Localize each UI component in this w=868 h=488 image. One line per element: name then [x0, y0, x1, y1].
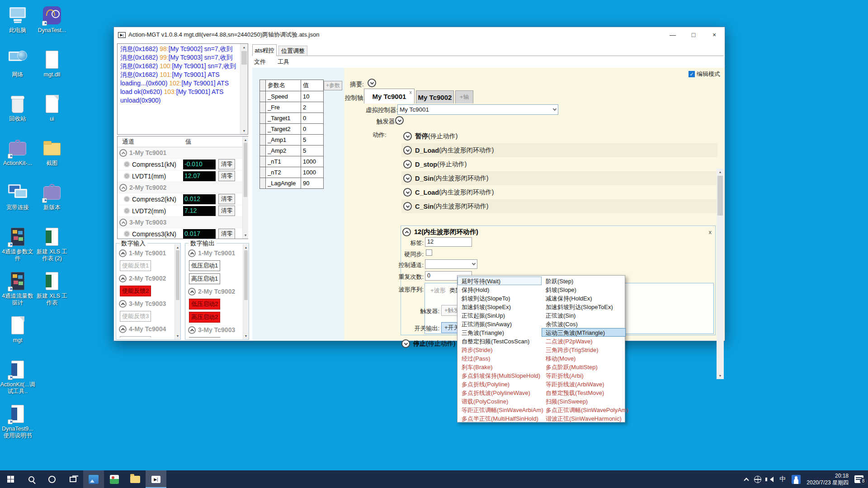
expand-icon[interactable]: [403, 132, 412, 141]
param-value[interactable]: 1000: [301, 167, 324, 178]
digital-output-scrollbar[interactable]: ▲ ▼: [243, 244, 249, 339]
minimize-button[interactable]: —: [662, 27, 683, 42]
taskbar-clock[interactable]: 20:18 2020/7/23 星期四: [807, 473, 849, 486]
desktop-icon[interactable]: DynaTest...: [34, 4, 70, 48]
menu-item[interactable]: 谐波正弦(SinWaveHarmonic): [542, 414, 626, 422]
digital-input-item[interactable]: 4-My Tc9004: [119, 324, 174, 334]
menu-file[interactable]: 文件: [254, 58, 266, 66]
desktop-icon[interactable]: mgt: [0, 314, 35, 358]
menu-item[interactable]: 自整定预载(TestMove): [542, 388, 626, 397]
param-name[interactable]: _LagAngle: [266, 178, 301, 189]
menu-item[interactable]: 正弦消振(SinAway): [458, 319, 542, 328]
digital-input-item[interactable]: 3-My Tc9003: [119, 299, 174, 309]
add-param-button[interactable]: +参数: [324, 81, 342, 90]
menu-item[interactable]: 阶跃(Step): [542, 277, 626, 285]
menu-item[interactable]: 刹车(Brake): [458, 362, 542, 371]
desktop-icon[interactable]: 此电脑: [0, 4, 35, 48]
channel-row[interactable]: Compress3(kN) 0.017 清零: [118, 228, 248, 239]
collapse-icon[interactable]: [119, 149, 127, 157]
zero-button[interactable]: 清零: [218, 194, 235, 204]
scroll-down-icon[interactable]: ▼: [243, 333, 249, 339]
digital-output-item[interactable]: 低压启动2: [189, 299, 220, 310]
scroll-down-icon[interactable]: ▼: [717, 372, 724, 379]
taskbar-app-tool[interactable]: [104, 470, 125, 488]
close-button[interactable]: ×: [704, 27, 725, 42]
channel-row[interactable]: 3-My Tc9003: [118, 217, 248, 228]
scrollbar-thumb[interactable]: [176, 250, 179, 300]
desktop-icon[interactable]: 回收站: [0, 92, 35, 136]
menu-item[interactable]: 多点半正弦(MultiHalfSinHold): [458, 414, 542, 422]
param-name[interactable]: _Target1: [266, 113, 301, 124]
taskbar-app-action-mgt[interactable]: ▶|: [146, 470, 166, 488]
param-name[interactable]: _Amp1: [266, 135, 301, 145]
gear-icon[interactable]: [124, 208, 130, 214]
desktop-icon[interactable]: 网络: [0, 48, 35, 92]
zero-button[interactable]: 清零: [218, 206, 235, 216]
window-titlebar[interactable]: ▶| Action-MGT v1.0.8.4 mgt.dll(ver=4.88,…: [114, 27, 725, 42]
scroll-down-icon[interactable]: ▼: [241, 127, 248, 134]
search-button[interactable]: [21, 470, 42, 488]
param-value[interactable]: 0: [301, 124, 324, 135]
param-row[interactable]: _LagAngle 90: [260, 178, 324, 189]
expand-icon[interactable]: [403, 160, 412, 169]
row-selector[interactable]: [260, 178, 266, 189]
digital-output-item[interactable]: 高压启动2: [189, 312, 220, 323]
menu-item[interactable]: 三角跨步(TrigStride): [542, 345, 626, 354]
expand-icon[interactable]: [403, 188, 412, 197]
collapse-icon[interactable]: [119, 300, 127, 308]
digital-input-item[interactable]: 使能反馈2: [120, 286, 151, 296]
menu-item[interactable]: 运动三角波(MTriangle): [542, 328, 626, 337]
scroll-down-icon[interactable]: ▼: [175, 333, 180, 339]
tab-position-adjust[interactable]: 位置调整: [278, 46, 307, 56]
param-row[interactable]: _Speed 10: [260, 91, 324, 102]
hard-sync-checkbox[interactable]: [426, 249, 432, 256]
desktop-icon[interactable]: 截图: [34, 136, 70, 181]
collapse-icon[interactable]: [119, 249, 127, 257]
expand-icon[interactable]: [403, 174, 412, 183]
digital-output-item[interactable]: 低压启动3: [189, 337, 220, 338]
tab-axis-tc9001[interactable]: My Tc9001 x: [364, 89, 415, 103]
digital-input-item[interactable]: 使能反馈3: [120, 311, 151, 322]
add-axis-tab[interactable]: +轴: [455, 90, 473, 103]
expanded-action-header[interactable]: 12(内生波形闭环动作) x: [401, 226, 715, 238]
menu-item[interactable]: 斜坡(Slope): [542, 285, 626, 294]
tab-close-icon[interactable]: x: [410, 89, 412, 95]
taskbar-file-explorer[interactable]: [125, 470, 146, 488]
maximize-button[interactable]: □: [683, 27, 704, 42]
speaker-icon[interactable]: [767, 477, 774, 482]
action-row[interactable]: C_Load (内生波形闭环动作): [401, 185, 717, 199]
scroll-up-icon[interactable]: ▲: [175, 244, 180, 251]
digital-input-scrollbar[interactable]: ▲ ▼: [175, 244, 180, 339]
expand-icon[interactable]: [403, 202, 412, 211]
gear-icon[interactable]: [124, 196, 130, 202]
collapse-icon[interactable]: [188, 249, 196, 257]
desktop-icon[interactable]: ActionKit-...: [0, 136, 35, 181]
menu-item[interactable]: 移动(Move): [542, 354, 626, 362]
param-value[interactable]: 0: [301, 113, 324, 124]
remove-action-icon[interactable]: x: [709, 229, 712, 235]
digital-output-item[interactable]: 2-My Tc9002: [188, 286, 242, 296]
channel-row[interactable]: Compress1(kN) -0.010 清零: [118, 159, 248, 170]
start-button[interactable]: [0, 470, 21, 488]
zero-button[interactable]: 清零: [218, 229, 235, 239]
scrollbar-thumb[interactable]: [244, 250, 248, 300]
menu-item[interactable]: 正弦波(Sin): [542, 311, 626, 319]
desktop-icon[interactable]: DynaTest9...使用说明书: [0, 402, 35, 446]
menu-item[interactable]: 经过(Pass): [458, 354, 542, 362]
param-row[interactable]: _Fre 2: [260, 102, 324, 113]
row-selector[interactable]: [260, 124, 266, 135]
taskbar-app-screenshot[interactable]: [83, 470, 104, 488]
scroll-up-icon[interactable]: ▲: [241, 44, 248, 51]
channel-row[interactable]: LVDT1(mm) 12.07 清零: [118, 170, 248, 182]
zero-button[interactable]: 清零: [218, 171, 235, 181]
row-selector[interactable]: [260, 91, 266, 102]
menu-item[interactable]: 二点波(P2pWave): [542, 337, 626, 345]
user-contact-icon[interactable]: [792, 475, 801, 484]
menu-item[interactable]: 正弦起振(SinUp): [458, 311, 542, 319]
row-selector[interactable]: [260, 113, 266, 124]
main-scrollbar[interactable]: ▲ ▼: [717, 169, 724, 379]
desktop-icon[interactable]: 4通道流量数据计: [0, 269, 35, 314]
expand-icon[interactable]: [401, 339, 410, 348]
scrollbar-thumb[interactable]: [717, 176, 723, 216]
collapse-icon[interactable]: [119, 219, 127, 226]
